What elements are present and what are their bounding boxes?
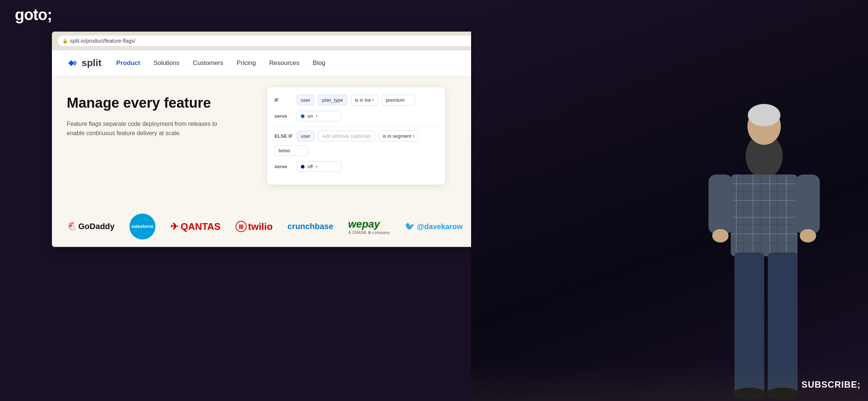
presenter-background — [471, 0, 868, 401]
qantas-logo: ✈ QANTAS — [170, 221, 221, 232]
value-field-2[interactable]: betas — [274, 145, 308, 156]
twilio-logo: ⊞ twilio — [236, 221, 273, 232]
flags-row-serve-on: serve on ▾ — [274, 111, 438, 121]
nav-logo: split — [67, 57, 101, 69]
serve-label-2: serve — [274, 164, 293, 169]
nav-link-blog[interactable]: Blog — [313, 59, 325, 67]
nav-link-customers[interactable]: Customers — [193, 59, 223, 67]
subject-field[interactable]: user — [297, 95, 314, 105]
presenter-silhouette — [679, 82, 849, 401]
svg-point-21 — [712, 229, 729, 242]
wepay-logo: wepay A CHASE ⊕ company — [348, 218, 390, 235]
split-logo-icon — [67, 57, 79, 69]
chevron-icon-4: ▾ — [316, 164, 318, 169]
on-indicator — [301, 114, 305, 118]
serve-on-dropdown[interactable]: on ▾ — [297, 111, 341, 121]
chevron-icon: ▾ — [372, 98, 374, 102]
flags-row-elseif: ELSE IF user Add attribute (optional) is… — [274, 131, 438, 156]
nav-link-product[interactable]: Product — [116, 59, 140, 67]
hero-text: Manage every feature Feature flags separ… — [67, 87, 252, 138]
nav-link-pricing[interactable]: Pricing — [237, 59, 256, 67]
lock-icon: 🔒 — [62, 38, 68, 43]
flags-row-if: IF user plan_type is in list ▾ premium — [274, 95, 438, 105]
svg-rect-20 — [796, 175, 820, 234]
subscribe-text: SUBSCRIBE; — [802, 379, 861, 390]
value-field[interactable]: premium — [382, 95, 415, 105]
off-indicator — [301, 165, 305, 169]
url-text: split.io/product/feature-flags/ — [70, 38, 135, 44]
chevron-icon-3: ▾ — [412, 134, 414, 138]
salesforce-logo: salesforce — [129, 213, 155, 239]
flags-row-serve-off: serve off ▾ — [274, 161, 438, 172]
hero-title: Manage every feature — [67, 95, 252, 112]
svg-rect-3 — [731, 175, 798, 256]
split-logo-text: split — [82, 57, 101, 69]
if-label: IF — [274, 97, 293, 103]
presenter-area — [471, 0, 868, 401]
flags-divider — [274, 127, 438, 127]
crunchbase-logo: crunchbase — [287, 222, 333, 231]
subject-field-2[interactable]: user — [297, 131, 314, 141]
elseif-label: ELSE IF — [274, 133, 293, 139]
operator-dropdown-2[interactable]: is in segment ▾ — [379, 131, 419, 141]
godaddy-logo: 🐔 GoDaddy — [67, 222, 115, 231]
svg-point-22 — [800, 229, 816, 242]
chevron-icon-2: ▾ — [316, 114, 318, 118]
twitter-handle: 🐦 @davekarow — [405, 222, 463, 231]
serve-off-dropdown[interactable]: off ▾ — [297, 161, 341, 172]
operator-dropdown[interactable]: is in list ▾ — [351, 95, 378, 105]
attribute-field[interactable]: plan_type — [318, 95, 347, 105]
serve-label-1: serve — [274, 113, 293, 119]
svg-point-2 — [748, 104, 780, 126]
nav-link-solutions[interactable]: Solutions — [154, 59, 180, 67]
goto-logo: goto; — [15, 6, 52, 24]
attribute-placeholder[interactable]: Add attribute (optional) — [318, 131, 375, 141]
hero-description: Feature flags separate code deployment f… — [67, 119, 230, 138]
nav-link-resources[interactable]: Resources — [269, 59, 299, 67]
svg-rect-19 — [708, 175, 733, 234]
flags-panel: IF user plan_type is in list ▾ premium s… — [267, 87, 445, 185]
